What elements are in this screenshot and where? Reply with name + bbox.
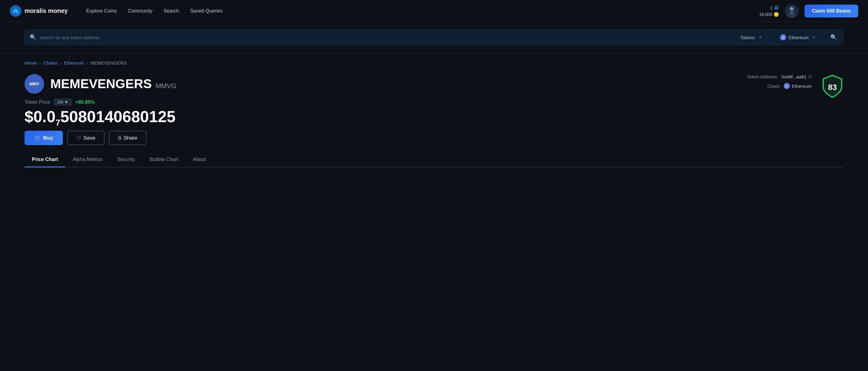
save-label: Save xyxy=(83,135,95,141)
price-prefix: $0.0 xyxy=(25,108,56,126)
claim-beans-button[interactable]: Claim 500 Beans xyxy=(805,5,858,18)
share-icon: ⎙ xyxy=(118,135,121,141)
price-suffix: 5080140680125 xyxy=(60,108,176,126)
nav-right: 1 ♻ 18,000 🪙 Claim 500 Beans xyxy=(759,4,858,18)
breadcrumb-sep-2: › xyxy=(60,60,62,66)
copy-icon[interactable]: ⧉ xyxy=(809,74,812,79)
token-name: MEMEVENGERS xyxy=(50,76,152,91)
token-left: MMV MEMEVENGERS MMVG Token Price 1W ▼ +8… xyxy=(25,74,177,145)
price-row: Token Price 1W ▼ +80.85% xyxy=(25,99,177,106)
search-submit-button[interactable]: 🔍 xyxy=(824,30,843,45)
save-button[interactable]: ♡ Save xyxy=(67,131,104,145)
token-name-area: MEMEVENGERS MMVG xyxy=(50,76,177,91)
token-avatar: MMV xyxy=(25,74,44,94)
cart-icon: 🛒 xyxy=(34,135,41,141)
ethereum-icon: ⟠ xyxy=(780,34,786,40)
svg-point-4 xyxy=(790,7,793,10)
token-price-display: $0.075080140680125 xyxy=(25,109,177,125)
heart-icon: ♡ xyxy=(76,135,81,141)
breadcrumb-sep-1: › xyxy=(39,60,41,66)
coin-icon: 🪙 xyxy=(774,12,779,17)
chain-dropdown[interactable]: ⟠ Ethereum ▼ xyxy=(775,30,824,45)
beans-counter: 1 ♻ 18,000 🪙 xyxy=(759,5,779,18)
chain-row: Chain: ⟠ Ethereum xyxy=(747,83,812,89)
tab-bubble-chart[interactable]: Bubble Chart xyxy=(142,153,185,167)
breadcrumb-sep-3: › xyxy=(87,60,88,66)
search-input-area: 🔍 xyxy=(25,34,735,41)
svg-point-0 xyxy=(10,5,22,17)
token-type-arrow: ▼ xyxy=(758,35,762,39)
price-change: +80.85% xyxy=(75,100,95,105)
chain-logo: ⟠ xyxy=(784,83,790,89)
breadcrumb-chains[interactable]: Chains xyxy=(43,60,58,66)
chain-arrow: ▼ xyxy=(812,35,816,39)
nav-saved-queries[interactable]: Saved Queries xyxy=(190,8,222,14)
logo-text: moralis money xyxy=(25,7,68,14)
buy-label: Buy xyxy=(43,135,53,141)
navbar: moralis money Explore Coins Community Se… xyxy=(0,0,868,22)
security-score: 83 xyxy=(828,82,837,92)
search-bar: 🔍 Tokens ▼ ⟠ Ethereum ▼ 🔍 xyxy=(25,29,843,45)
chain-name: Ethereum xyxy=(792,83,812,89)
nav-community[interactable]: Community xyxy=(128,8,153,14)
chain-label-meta: Chain: xyxy=(768,83,781,89)
buy-button[interactable]: 🛒 Buy xyxy=(25,131,63,145)
beans-value-row: 18,000 🪙 xyxy=(759,12,779,17)
tab-alpha-metrics[interactable]: Alpha Metrics xyxy=(65,153,110,167)
action-buttons: 🛒 Buy ♡ Save ⎙ Share xyxy=(25,131,177,145)
address-row: Token Address: 0xddf...aa81 ⧉ xyxy=(747,74,812,79)
breadcrumb-ethereum[interactable]: Ethereum xyxy=(64,60,84,66)
token-symbol: MMVG xyxy=(155,82,176,90)
address-value: 0xddf...aa81 ⧉ xyxy=(781,74,812,79)
beans-count: 1 xyxy=(770,5,773,11)
recycle-icon: ♻ xyxy=(774,5,779,12)
tabs-row: Price Chart Alpha Metrics Security Bubbl… xyxy=(25,153,843,167)
price-label: Token Price xyxy=(25,100,50,105)
token-type-dropdown[interactable]: Tokens ▼ xyxy=(735,30,775,45)
token-header: MMV MEMEVENGERS MMVG Token Price 1W ▼ +8… xyxy=(25,74,843,145)
main-content: Home › Chains › Ethereum › MEMEVENGERS M… xyxy=(0,53,868,175)
search-icon: 🔍 xyxy=(30,34,36,41)
nav-explore[interactable]: Explore Coins xyxy=(86,8,117,14)
period-value: 1W xyxy=(57,100,63,104)
token-identity: MMV MEMEVENGERS MMVG xyxy=(25,74,177,94)
beans-row: 1 ♻ xyxy=(770,5,779,12)
address-text: 0xddf...aa81 xyxy=(781,74,807,79)
chain-value: ⟠ Ethereum xyxy=(784,83,812,89)
breadcrumb: Home › Chains › Ethereum › MEMEVENGERS xyxy=(25,60,843,66)
period-arrow: ▼ xyxy=(64,100,68,104)
nav-links: Explore Coins Community Search Saved Que… xyxy=(86,8,747,14)
moralis-logo-icon xyxy=(10,5,22,17)
tab-about[interactable]: About xyxy=(185,153,213,167)
token-meta: Token Address: 0xddf...aa81 ⧉ Chain: ⟠ E… xyxy=(747,74,812,93)
nav-search[interactable]: Search xyxy=(164,8,179,14)
share-label: Share xyxy=(124,135,137,141)
tab-price-chart[interactable]: Price Chart xyxy=(25,153,65,167)
user-avatar[interactable] xyxy=(785,4,799,18)
token-avatar-text: MMV xyxy=(29,81,39,86)
token-right: Token Address: 0xddf...aa81 ⧉ Chain: ⟠ E… xyxy=(747,74,843,99)
search-input[interactable] xyxy=(39,35,730,40)
breadcrumb-token: MEMEVENGERS xyxy=(90,60,127,66)
token-type-label: Tokens xyxy=(740,35,755,40)
beans-value: 18,000 xyxy=(759,12,772,17)
address-label: Token Address: xyxy=(747,74,778,79)
price-subscript: 7 xyxy=(56,118,60,127)
tab-security[interactable]: Security xyxy=(110,153,142,167)
share-button[interactable]: ⎙ Share xyxy=(109,131,147,145)
period-selector[interactable]: 1W ▼ xyxy=(54,99,72,106)
breadcrumb-home[interactable]: Home xyxy=(25,60,37,66)
svg-point-3 xyxy=(787,13,796,18)
search-section: 🔍 Tokens ▼ ⟠ Ethereum ▼ 🔍 xyxy=(0,22,868,53)
logo[interactable]: moralis money xyxy=(10,5,68,17)
security-badge: 83 xyxy=(822,74,843,99)
chain-label: Ethereum xyxy=(788,35,809,40)
